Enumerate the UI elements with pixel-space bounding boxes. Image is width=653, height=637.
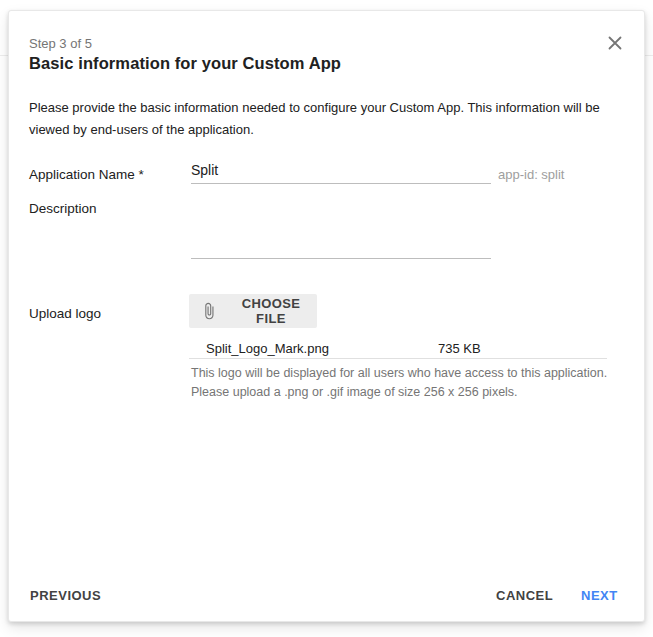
helper-line-1: This logo will be displayed for all user… — [191, 364, 621, 383]
uploaded-file-size: 735 KB — [438, 341, 481, 356]
application-name-label: Application Name * — [29, 167, 144, 182]
choose-file-label: CHOOSE FILE — [225, 296, 317, 326]
close-icon — [608, 36, 622, 50]
previous-button[interactable]: PREVIOUS — [30, 588, 101, 603]
description-input[interactable] — [191, 235, 491, 259]
uploaded-file-name: Split_Logo_Mark.png — [206, 341, 329, 356]
application-name-input[interactable] — [191, 160, 491, 184]
intro-line-1: Please provide the basic information nee… — [29, 97, 629, 119]
app-id-text: app-id: split — [498, 167, 564, 182]
file-row-divider — [189, 358, 607, 359]
upload-logo-label: Upload logo — [29, 306, 101, 321]
intro-line-2: viewed by end-users of the application. — [29, 119, 629, 141]
step-indicator: Step 3 of 5 — [29, 36, 92, 51]
upload-logo-helper-text: This logo will be displayed for all user… — [191, 364, 621, 402]
next-button[interactable]: NEXT — [581, 588, 618, 603]
helper-line-2: Please upload a .png or .gif image of si… — [191, 383, 621, 402]
cancel-button[interactable]: CANCEL — [496, 588, 553, 603]
dialog-title: Basic information for your Custom App — [29, 54, 341, 73]
dialog-intro-text: Please provide the basic information nee… — [29, 97, 629, 141]
page-background: Step 3 of 5 Basic information for your C… — [0, 0, 653, 637]
custom-app-setup-dialog: Step 3 of 5 Basic information for your C… — [8, 10, 645, 622]
paperclip-icon — [200, 302, 218, 320]
description-label: Description — [29, 201, 97, 216]
close-button[interactable] — [604, 32, 626, 54]
choose-file-button[interactable]: CHOOSE FILE — [189, 294, 317, 328]
